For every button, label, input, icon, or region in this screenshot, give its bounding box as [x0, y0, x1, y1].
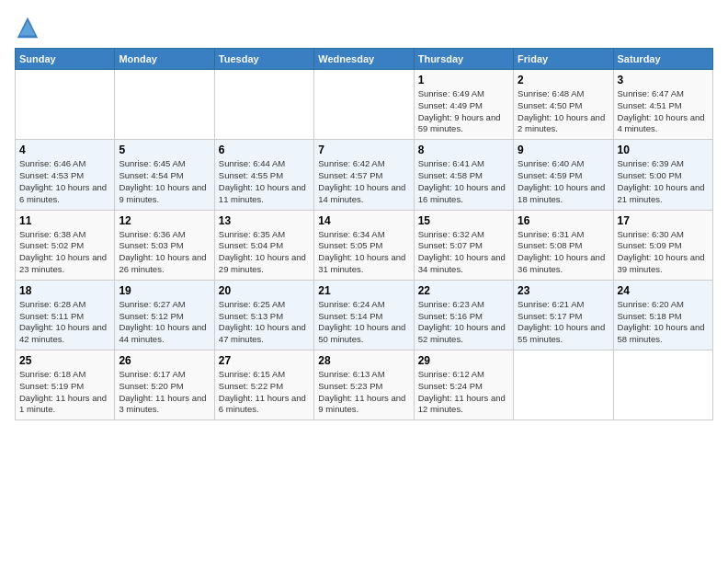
day-cell: 4Sunrise: 6:46 AMSunset: 4:53 PMDaylight… [16, 140, 115, 210]
weekday-header-thursday: Thursday [414, 49, 513, 70]
day-info: Sunrise: 6:27 AMSunset: 5:12 PMDaylight:… [119, 299, 210, 346]
day-cell: 5Sunrise: 6:45 AMSunset: 4:54 PMDaylight… [115, 140, 214, 210]
day-number: 2 [518, 74, 609, 86]
day-cell: 12Sunrise: 6:36 AMSunset: 5:03 PMDayligh… [115, 210, 214, 280]
day-number: 27 [219, 354, 310, 367]
week-row-4: 18Sunrise: 6:28 AMSunset: 5:11 PMDayligh… [16, 280, 713, 350]
day-number: 25 [19, 354, 110, 367]
day-number: 26 [119, 354, 210, 367]
day-cell: 29Sunrise: 6:12 AMSunset: 5:24 PMDayligh… [414, 350, 513, 420]
day-number: 16 [518, 214, 609, 227]
calendar-table: SundayMondayTuesdayWednesdayThursdayFrid… [15, 48, 713, 420]
weekday-header-friday: Friday [514, 49, 613, 70]
day-info: Sunrise: 6:48 AMSunset: 4:50 PMDaylight:… [518, 88, 609, 135]
day-info: Sunrise: 6:36 AMSunset: 5:03 PMDaylight:… [119, 229, 210, 276]
day-info: Sunrise: 6:49 AMSunset: 4:49 PMDaylight:… [418, 88, 509, 135]
day-info: Sunrise: 6:31 AMSunset: 5:08 PMDaylight:… [518, 229, 609, 276]
day-number: 12 [119, 214, 210, 227]
day-info: Sunrise: 6:18 AMSunset: 5:19 PMDaylight:… [19, 369, 110, 416]
day-number: 14 [318, 214, 409, 227]
day-info: Sunrise: 6:40 AMSunset: 4:59 PMDaylight:… [518, 158, 609, 205]
week-row-5: 25Sunrise: 6:18 AMSunset: 5:19 PMDayligh… [16, 350, 713, 420]
day-cell: 28Sunrise: 6:13 AMSunset: 5:23 PMDayligh… [314, 350, 414, 420]
day-cell: 15Sunrise: 6:32 AMSunset: 5:07 PMDayligh… [414, 210, 513, 280]
day-info: Sunrise: 6:44 AMSunset: 4:55 PMDaylight:… [219, 158, 310, 205]
day-number: 24 [618, 284, 709, 297]
day-number: 28 [318, 354, 409, 367]
day-info: Sunrise: 6:41 AMSunset: 4:58 PMDaylight:… [418, 158, 509, 205]
weekday-header-saturday: Saturday [613, 49, 712, 70]
day-number: 20 [219, 284, 310, 297]
day-info: Sunrise: 6:20 AMSunset: 5:18 PMDaylight:… [618, 299, 709, 346]
day-info: Sunrise: 6:42 AMSunset: 4:57 PMDaylight:… [318, 158, 409, 205]
day-info: Sunrise: 6:39 AMSunset: 5:00 PMDaylight:… [618, 158, 709, 205]
day-number: 9 [518, 144, 609, 156]
day-info: Sunrise: 6:24 AMSunset: 5:14 PMDaylight:… [318, 299, 409, 346]
day-cell: 20Sunrise: 6:25 AMSunset: 5:13 PMDayligh… [214, 280, 313, 350]
weekday-header-sunday: Sunday [16, 49, 115, 70]
day-number: 1 [418, 74, 509, 86]
day-cell: 27Sunrise: 6:15 AMSunset: 5:22 PMDayligh… [214, 350, 313, 420]
day-number: 5 [119, 144, 210, 156]
day-cell: 10Sunrise: 6:39 AMSunset: 5:00 PMDayligh… [613, 140, 712, 210]
day-cell [613, 350, 712, 420]
day-info: Sunrise: 6:13 AMSunset: 5:23 PMDaylight:… [318, 369, 409, 416]
week-row-2: 4Sunrise: 6:46 AMSunset: 4:53 PMDaylight… [16, 140, 713, 210]
day-number: 21 [318, 284, 409, 297]
day-cell: 16Sunrise: 6:31 AMSunset: 5:08 PMDayligh… [514, 210, 613, 280]
day-number: 4 [19, 144, 110, 156]
day-cell: 23Sunrise: 6:21 AMSunset: 5:17 PMDayligh… [514, 280, 613, 350]
day-info: Sunrise: 6:38 AMSunset: 5:02 PMDaylight:… [19, 229, 110, 276]
calendar-body: 1Sunrise: 6:49 AMSunset: 4:49 PMDaylight… [16, 70, 713, 420]
logo-icon [15, 15, 40, 40]
week-row-3: 11Sunrise: 6:38 AMSunset: 5:02 PMDayligh… [16, 210, 713, 280]
day-cell [115, 70, 214, 140]
day-cell: 22Sunrise: 6:23 AMSunset: 5:16 PMDayligh… [414, 280, 513, 350]
day-number: 8 [418, 144, 509, 156]
day-number: 13 [219, 214, 310, 227]
day-cell: 24Sunrise: 6:20 AMSunset: 5:18 PMDayligh… [613, 280, 712, 350]
day-cell: 9Sunrise: 6:40 AMSunset: 4:59 PMDaylight… [514, 140, 613, 210]
day-cell: 14Sunrise: 6:34 AMSunset: 5:05 PMDayligh… [314, 210, 414, 280]
day-cell: 11Sunrise: 6:38 AMSunset: 5:02 PMDayligh… [16, 210, 115, 280]
day-info: Sunrise: 6:35 AMSunset: 5:04 PMDaylight:… [219, 229, 310, 276]
day-cell: 8Sunrise: 6:41 AMSunset: 4:58 PMDaylight… [414, 140, 513, 210]
day-cell: 26Sunrise: 6:17 AMSunset: 5:20 PMDayligh… [115, 350, 214, 420]
day-cell: 2Sunrise: 6:48 AMSunset: 4:50 PMDaylight… [514, 70, 613, 140]
weekday-header-wednesday: Wednesday [314, 49, 414, 70]
day-cell [214, 70, 313, 140]
day-cell: 6Sunrise: 6:44 AMSunset: 4:55 PMDaylight… [214, 140, 313, 210]
day-info: Sunrise: 6:21 AMSunset: 5:17 PMDaylight:… [518, 299, 609, 346]
day-number: 6 [219, 144, 310, 156]
day-cell: 19Sunrise: 6:27 AMSunset: 5:12 PMDayligh… [115, 280, 214, 350]
day-number: 11 [19, 214, 110, 227]
day-number: 19 [119, 284, 210, 297]
calendar-header: SundayMondayTuesdayWednesdayThursdayFrid… [16, 49, 713, 70]
day-info: Sunrise: 6:28 AMSunset: 5:11 PMDaylight:… [19, 299, 110, 346]
day-cell: 25Sunrise: 6:18 AMSunset: 5:19 PMDayligh… [16, 350, 115, 420]
day-info: Sunrise: 6:34 AMSunset: 5:05 PMDaylight:… [318, 229, 409, 276]
page-header [15, 15, 713, 40]
day-number: 10 [618, 144, 709, 156]
logo [15, 15, 44, 40]
day-cell: 18Sunrise: 6:28 AMSunset: 5:11 PMDayligh… [16, 280, 115, 350]
day-info: Sunrise: 6:32 AMSunset: 5:07 PMDaylight:… [418, 229, 509, 276]
day-number: 22 [418, 284, 509, 297]
day-number: 15 [418, 214, 509, 227]
day-info: Sunrise: 6:25 AMSunset: 5:13 PMDaylight:… [219, 299, 310, 346]
day-number: 29 [418, 354, 509, 367]
day-info: Sunrise: 6:12 AMSunset: 5:24 PMDaylight:… [418, 369, 509, 416]
day-info: Sunrise: 6:23 AMSunset: 5:16 PMDaylight:… [418, 299, 509, 346]
day-number: 17 [618, 214, 709, 227]
day-cell: 1Sunrise: 6:49 AMSunset: 4:49 PMDaylight… [414, 70, 513, 140]
week-row-1: 1Sunrise: 6:49 AMSunset: 4:49 PMDaylight… [16, 70, 713, 140]
day-cell: 3Sunrise: 6:47 AMSunset: 4:51 PMDaylight… [613, 70, 712, 140]
day-info: Sunrise: 6:17 AMSunset: 5:20 PMDaylight:… [119, 369, 210, 416]
day-number: 23 [518, 284, 609, 297]
day-cell: 21Sunrise: 6:24 AMSunset: 5:14 PMDayligh… [314, 280, 414, 350]
day-info: Sunrise: 6:30 AMSunset: 5:09 PMDaylight:… [618, 229, 709, 276]
day-number: 18 [19, 284, 110, 297]
day-cell: 13Sunrise: 6:35 AMSunset: 5:04 PMDayligh… [214, 210, 313, 280]
day-cell [514, 350, 613, 420]
day-info: Sunrise: 6:45 AMSunset: 4:54 PMDaylight:… [119, 158, 210, 205]
